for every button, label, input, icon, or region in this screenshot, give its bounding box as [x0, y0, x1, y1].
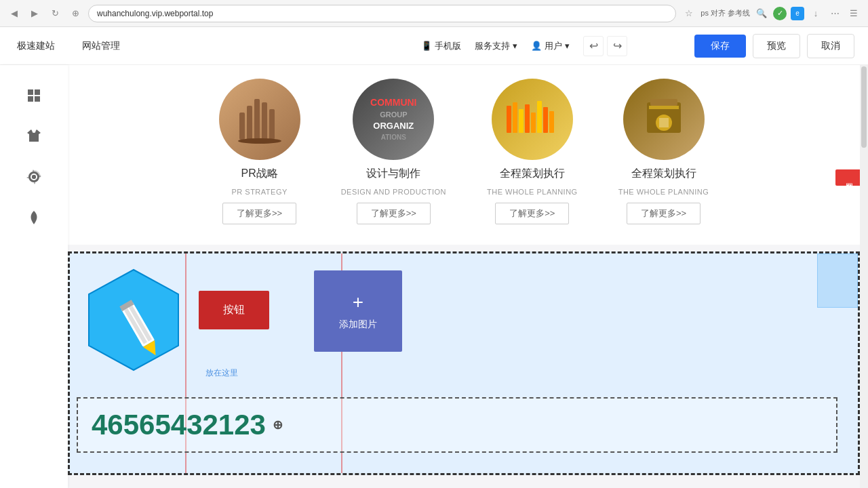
main-content-area: PR战略 PR STRATEGY 了解更多>> COMMUNI GROUP OR… — [68, 65, 860, 488]
svg-rect-11 — [507, 106, 511, 133]
info-box-top-right — [817, 253, 858, 308]
toolbar-center: 📱 手机版 服务支持 ▾ 👤 用户 ▾ ↩ ↪ — [354, 36, 694, 56]
edit-red-button[interactable]: 按钮 — [199, 291, 269, 329]
settings-btn[interactable]: ☰ — [846, 6, 861, 21]
svg-rect-3 — [35, 96, 40, 102]
service-btn-3[interactable]: 了解更多>> — [627, 203, 701, 224]
service-title-en-1: DESIGN AND PRODUCTION — [341, 188, 446, 196]
user-menu[interactable]: 👤 用户 ▾ — [531, 40, 570, 52]
service-card-plan2: 全程策划执行 THE WHOLE PLANNING 了解更多>> — [618, 79, 709, 224]
refresh-btn[interactable]: ↻ — [47, 6, 62, 21]
url-text: wuhanchulong.vip.webportal.top — [97, 9, 213, 18]
extension-check-icon: ✓ — [773, 7, 787, 20]
svg-rect-13 — [519, 109, 524, 133]
service-image-pr — [219, 79, 300, 160]
sidebar-icon-rocket[interactable] — [17, 201, 51, 235]
svg-rect-15 — [531, 113, 536, 133]
nav-quick-build[interactable]: 极速建站 — [14, 40, 58, 52]
url-bar[interactable]: wuhanchulong.vip.webportal.top — [88, 5, 676, 22]
browser-chrome: ◀ ▶ ↻ ⊕ wuhanchulong.vip.webportal.top ☆… — [0, 0, 868, 27]
left-sidebar — [0, 65, 68, 488]
hex-pencil-container — [83, 267, 185, 375]
browser-action-area: ☆ ps 对齐 参考线 🔍 ✓ e ↓ ⋯ ☰ — [682, 6, 861, 21]
home-btn[interactable]: ⊕ — [68, 6, 83, 21]
svg-rect-12 — [513, 102, 517, 133]
service-title-en-3: THE WHOLE PLANNING — [618, 188, 709, 196]
svg-rect-21 — [649, 106, 679, 109]
service-btn-1[interactable]: 了解更多>> — [357, 203, 431, 224]
svg-rect-8 — [262, 102, 267, 140]
add-image-label: 添加图片 — [339, 319, 377, 331]
scrollbar[interactable] — [860, 65, 868, 488]
service-image-plan1 — [492, 79, 573, 160]
search-btn[interactable]: 🔍 — [754, 6, 769, 21]
scrollbar-thumb[interactable] — [861, 66, 867, 148]
svg-rect-5 — [239, 113, 245, 140]
main-toolbar: 极速建站 网站管理 📱 手机版 服务支持 ▾ 👤 用户 ▾ ↩ ↪ 保存 预览 … — [0, 27, 868, 65]
service-image-plan2 — [623, 79, 705, 160]
move-cursor-icon: ⊕ — [273, 418, 283, 432]
forward-btn[interactable]: ▶ — [27, 6, 42, 21]
number-value: 46565432123 — [92, 409, 266, 441]
bookmark-btn[interactable]: ☆ — [682, 6, 696, 21]
service-support[interactable]: 服务支持 ▾ — [475, 40, 517, 52]
toolbar-nav: 极速建站 网站管理 — [14, 40, 354, 52]
mobile-version[interactable]: 📱 手机版 — [421, 40, 461, 52]
service-label: 服务支持 — [475, 40, 510, 52]
cancel-button[interactable]: 取消 — [807, 34, 854, 58]
undo-redo-group: ↩ ↪ — [583, 36, 627, 56]
svg-point-10 — [238, 138, 281, 144]
service-title-en-0: PR STRATEGY — [231, 188, 287, 196]
hex-shape — [83, 267, 184, 374]
mobile-icon-symbol: 📱 — [421, 41, 432, 51]
edit-dashed-area: 按钮 + 添加图片 放在这里 46565432123 ⊕ — [68, 251, 860, 475]
service-title-zh-3: 全程策划执行 — [631, 167, 696, 181]
svg-rect-14 — [525, 104, 530, 133]
user-icon: 👤 — [531, 41, 542, 51]
mobile-label: 手机版 — [435, 40, 461, 52]
toolbar-right-actions: 保存 预览 取消 — [694, 34, 854, 58]
number-display[interactable]: 46565432123 ⊕ — [77, 397, 837, 453]
svg-rect-20 — [650, 99, 677, 106]
service-title-zh-1: 设计与制作 — [366, 167, 420, 181]
service-title-en-2: THE WHOLE PLANNING — [487, 188, 578, 196]
service-card-design: COMMUNI GROUP ORGANIZ ATIONS 设计与制作 DESIG… — [341, 79, 446, 224]
svg-rect-16 — [537, 101, 542, 133]
plus-icon: + — [353, 291, 363, 313]
svg-rect-9 — [269, 109, 275, 140]
extension-blue-icon: e — [791, 7, 804, 20]
ps-label: ps 对齐 参考线 — [701, 8, 750, 18]
svg-rect-0 — [28, 89, 33, 95]
chevron-down-icon: ▾ — [513, 41, 517, 51]
service-btn-0[interactable]: 了解更多>> — [222, 203, 296, 224]
user-chevron-icon: ▾ — [565, 41, 570, 51]
svg-rect-6 — [247, 106, 252, 140]
svg-rect-17 — [543, 107, 548, 133]
sidebar-icon-shirt[interactable] — [17, 119, 51, 153]
service-title-zh-0: PR战略 — [241, 167, 278, 181]
back-btn[interactable]: ◀ — [7, 6, 22, 21]
undo-button[interactable]: ↩ — [583, 36, 604, 56]
service-title-zh-2: 全程策划执行 — [500, 167, 565, 181]
user-label: 用户 — [545, 40, 562, 52]
service-image-design: COMMUNI GROUP ORGANIZ ATIONS — [353, 79, 434, 160]
nav-site-manage[interactable]: 网站管理 — [79, 40, 123, 52]
sidebar-icon-grid[interactable] — [17, 79, 51, 113]
svg-rect-2 — [28, 96, 33, 102]
share-btn2[interactable]: ⋯ — [827, 6, 842, 21]
service-btn-2[interactable]: 了解更多>> — [495, 203, 569, 224]
svg-rect-1 — [35, 89, 40, 95]
drop-here-text[interactable]: 放在这里 — [205, 367, 238, 379]
add-image-button[interactable]: + 添加图片 — [314, 270, 402, 352]
svg-rect-7 — [254, 99, 260, 140]
share-panel[interactable]: 分享网站 — [835, 169, 860, 186]
save-button[interactable]: 保存 — [694, 35, 746, 58]
service-card-plan1: 全程策划执行 THE WHOLE PLANNING 了解更多>> — [487, 79, 578, 224]
preview-button[interactable]: 预览 — [753, 34, 800, 58]
services-section: PR战略 PR STRATEGY 了解更多>> COMMUNI GROUP OR… — [68, 65, 860, 245]
svg-rect-18 — [549, 111, 554, 133]
sidebar-icon-gear[interactable] — [17, 160, 51, 194]
download-btn[interactable]: ↓ — [808, 6, 823, 21]
service-card-pr: PR战略 PR STRATEGY 了解更多>> — [219, 79, 300, 224]
redo-button[interactable]: ↪ — [607, 36, 627, 56]
